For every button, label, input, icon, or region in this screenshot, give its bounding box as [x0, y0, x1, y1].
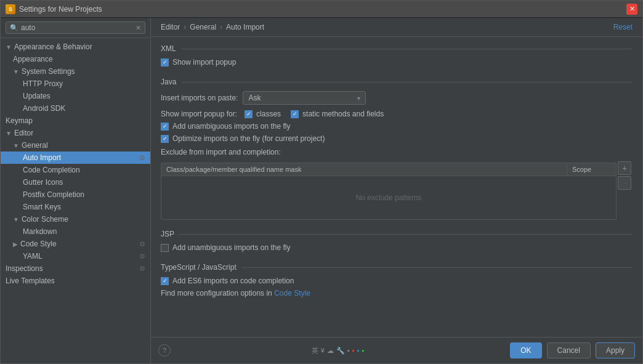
add-unambiguous-java-checkbox[interactable]: Add unambiguous imports on the fly	[161, 122, 290, 131]
sidebar-item-auto-import[interactable]: Auto Import ⚙	[1, 152, 150, 164]
window-title: Settings for New Projects	[19, 5, 626, 14]
sidebar-item-label: Live Templates	[6, 277, 55, 285]
sidebar-item-label: Updates	[23, 92, 51, 100]
ok-button[interactable]: OK	[510, 342, 541, 358]
reset-button[interactable]: Reset	[613, 23, 633, 31]
add-es6-label: Add ES6 imports on code completion	[172, 277, 294, 285]
dropdown-value: Ask	[248, 94, 261, 102]
sidebar-item-label: Postfix Completion	[23, 190, 84, 199]
checkbox-icon	[161, 277, 169, 285]
sidebar-item-label: Smart Keys	[23, 203, 61, 211]
sidebar-item-smart-keys[interactable]: Smart Keys	[1, 201, 150, 213]
gear-icon: ⚙	[139, 154, 145, 162]
add-es6-checkbox[interactable]: Add ES6 imports on code completion	[161, 277, 294, 285]
sidebar-item-label: General	[22, 141, 48, 150]
sidebar-item-inspections[interactable]: Inspections ⚙	[1, 262, 150, 275]
expand-arrow: ▶	[13, 241, 18, 248]
app-icon: S	[6, 4, 15, 14]
classes-label: classes	[256, 110, 281, 118]
add-unambiguous-jsp-label: Add unambiguous imports on the fly	[172, 243, 290, 252]
table-header: Class/package/member qualified name mask…	[161, 163, 616, 176]
lang-icon: 英	[312, 346, 318, 355]
insert-imports-dropdown[interactable]: Ask ▾	[243, 91, 366, 105]
main-panel: Editor › General › Auto Import Reset XML…	[151, 18, 642, 363]
exclude-patterns-container: Class/package/member qualified name mask…	[161, 160, 633, 225]
expand-arrow: ▼	[13, 68, 19, 75]
code-style-link[interactable]: Code Style	[274, 289, 310, 297]
sidebar-item-label: HTTP Proxy	[23, 79, 63, 88]
sidebar-item-general[interactable]: ▼ General	[1, 139, 150, 152]
table-body: No exclude patterns	[161, 176, 616, 219]
exclude-label: Exclude from import and completion:	[161, 148, 281, 156]
sidebar-item-editor[interactable]: ▼ Editor	[1, 127, 150, 139]
sidebar-item-label: System Settings	[22, 67, 75, 76]
close-button[interactable]: ✕	[626, 4, 637, 15]
sidebar-item-code-style[interactable]: ▶ Code Style ⚙	[1, 238, 150, 250]
sidebar-item-label: Code Completion	[23, 166, 80, 174]
sidebar-item-updates[interactable]: Updates	[1, 90, 150, 102]
checkbox-icon	[161, 59, 169, 67]
gear-icon: ⚙	[139, 253, 145, 261]
add-unambiguous-java-label: Add unambiguous imports on the fly	[172, 122, 290, 131]
java-section-label: Java	[161, 78, 633, 86]
breadcrumb-editor: Editor	[161, 23, 180, 31]
show-import-popup-checkbox[interactable]: Show import popup	[161, 58, 236, 67]
settings-window: S Settings for New Projects ✕ 🔍 ✕ ▼ Appe…	[0, 0, 643, 364]
sidebar-item-label: Editor	[14, 129, 33, 137]
typescript-section-label: TypeScript / JavaScript	[161, 263, 633, 272]
expand-arrow: ▼	[13, 216, 19, 223]
sidebar: 🔍 ✕ ▼ Appearance & Behavior Appearance ▼…	[1, 18, 151, 363]
static-checkbox[interactable]: static methods and fields	[291, 110, 384, 118]
col-name: Class/package/member qualified name mask	[161, 163, 567, 176]
sidebar-item-android-sdk[interactable]: Android SDK	[1, 102, 150, 115]
add-pattern-button[interactable]: +	[618, 161, 631, 175]
sidebar-item-label: Appearance	[13, 55, 53, 63]
sidebar-item-keymap[interactable]: Keymap	[1, 115, 150, 127]
sidebar-item-label: Markdown	[23, 227, 57, 236]
search-box: 🔍 ✕	[1, 18, 150, 38]
insert-imports-label: Insert imports on paste:	[161, 94, 238, 102]
bottom-buttons: OK Cancel Apply	[510, 342, 635, 358]
settings-content: XML Show import popup Java Insert import…	[151, 37, 642, 337]
settings-tree: ▼ Appearance & Behavior Appearance ▼ Sys…	[1, 38, 150, 289]
box3-icon: ▪	[357, 347, 360, 354]
status-icons: 英 ¥ ☁ 🔧 ▪ ▪ ▪ ▪	[312, 346, 365, 355]
sidebar-item-color-scheme[interactable]: ▼ Color Scheme	[1, 213, 150, 225]
sidebar-item-http-proxy[interactable]: HTTP Proxy	[1, 78, 150, 90]
apply-button[interactable]: Apply	[596, 342, 635, 358]
show-popup-label: Show import popup for:	[161, 110, 237, 118]
breadcrumb: Editor › General › Auto Import Reset	[151, 18, 642, 37]
checkbox-icon	[161, 244, 169, 252]
tool-icon: 🔧	[336, 347, 345, 355]
add-unambiguous-jsp-checkbox[interactable]: Add unambiguous imports on the fly	[161, 243, 290, 252]
sidebar-item-label: Inspections	[6, 264, 43, 273]
col-scope: Scope	[567, 163, 616, 176]
classes-checkbox[interactable]: classes	[245, 110, 281, 118]
optimize-imports-checkbox[interactable]: Optimize imports on the fly (for current…	[161, 134, 325, 143]
search-input[interactable]	[21, 23, 135, 32]
exclude-patterns-table: Class/package/member qualified name mask…	[161, 163, 617, 220]
sidebar-item-system-settings[interactable]: ▼ System Settings	[1, 65, 150, 78]
breadcrumb-sep2: ›	[220, 23, 222, 31]
sidebar-item-code-completion[interactable]: Code Completion	[1, 164, 150, 176]
sidebar-item-live-templates[interactable]: Live Templates	[1, 275, 150, 287]
sidebar-item-appearance[interactable]: Appearance	[1, 53, 150, 65]
static-label: static methods and fields	[302, 110, 384, 118]
expand-arrow: ▼	[6, 44, 12, 51]
sidebar-item-gutter-icons[interactable]: Gutter Icons	[1, 176, 150, 188]
help-button[interactable]: ?	[158, 344, 171, 357]
cancel-button[interactable]: Cancel	[547, 342, 591, 358]
clear-search-button[interactable]: ✕	[135, 24, 141, 32]
sidebar-item-markdown[interactable]: Markdown	[1, 225, 150, 238]
xml-section-label: XML	[161, 44, 633, 53]
box2-icon: ▪	[352, 347, 355, 354]
show-import-popup-label: Show import popup	[172, 58, 236, 67]
checkbox-icon	[291, 110, 299, 118]
sidebar-item-yaml[interactable]: YAML ⚙	[1, 250, 150, 262]
remove-pattern-button[interactable]: −	[618, 176, 631, 190]
sidebar-item-label: YAML	[23, 252, 42, 261]
search-input-wrap: 🔍 ✕	[6, 22, 145, 34]
sidebar-item-appearance-behavior[interactable]: ▼ Appearance & Behavior	[1, 41, 150, 53]
sidebar-item-postfix-completion[interactable]: Postfix Completion	[1, 188, 150, 201]
titlebar: S Settings for New Projects ✕	[1, 1, 642, 18]
